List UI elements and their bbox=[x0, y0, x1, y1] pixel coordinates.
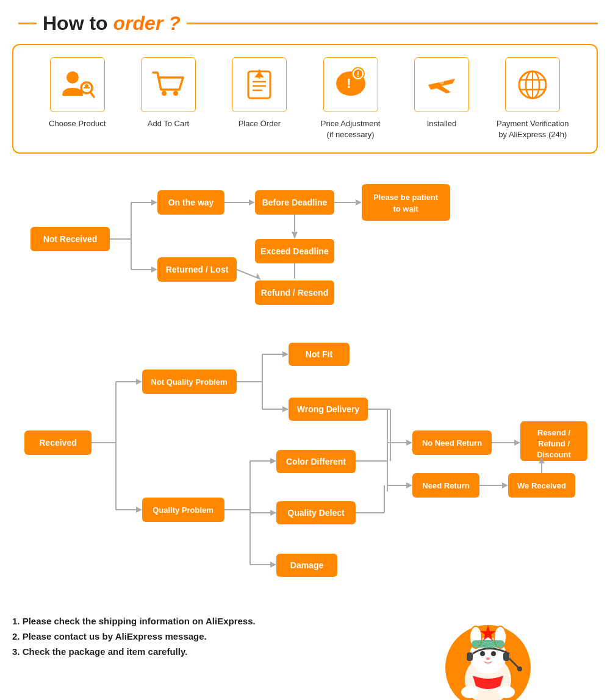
svg-marker-82 bbox=[514, 440, 520, 446]
tip-3: 3. Check the package and item carefully. bbox=[12, 646, 378, 657]
svg-marker-37 bbox=[292, 232, 298, 239]
step-icon-box-5 bbox=[414, 57, 469, 112]
svg-text:to wait: to wait bbox=[393, 204, 418, 213]
page-header: How to order ? bbox=[12, 12, 598, 35]
svg-marker-27 bbox=[151, 199, 157, 205]
step-label-4: Price Adjustment(if necessary) bbox=[321, 118, 381, 140]
step-place-order: Place Order bbox=[217, 57, 302, 129]
step-label-2: Add To Cart bbox=[148, 118, 189, 129]
svg-point-6 bbox=[173, 91, 178, 96]
step-icon-box-4: ! ! bbox=[323, 57, 378, 112]
svg-point-111 bbox=[461, 686, 478, 698]
svg-marker-58 bbox=[282, 406, 289, 412]
svg-line-2 bbox=[90, 92, 94, 97]
chat-exclamation-icon: ! ! bbox=[332, 66, 369, 103]
step-add-to-cart: Add To Cart bbox=[126, 57, 211, 129]
svg-point-103 bbox=[491, 651, 496, 656]
flow-received: Received Not Quality Problem Not Fit Wro… bbox=[12, 321, 598, 589]
svg-marker-44 bbox=[256, 273, 261, 280]
not-quality-problem-label: Not Quality Problem bbox=[151, 377, 228, 387]
order-steps-box: Choose Product Add To Cart Place O bbox=[12, 44, 598, 154]
svg-line-43 bbox=[237, 270, 259, 279]
title-highlight: order ? bbox=[113, 12, 181, 34]
refund-resend-label-1: Refund / Resend bbox=[261, 288, 328, 298]
step-icon-box-3 bbox=[232, 57, 287, 112]
svg-point-104 bbox=[486, 657, 490, 660]
svg-point-112 bbox=[498, 686, 515, 698]
step-installed: Installed bbox=[399, 57, 484, 129]
svg-rect-34 bbox=[362, 184, 450, 221]
please-wait-label: Please be patient bbox=[373, 193, 439, 202]
quality-defect-label: Quality Delect bbox=[287, 508, 345, 518]
step-icon-box-6 bbox=[505, 57, 560, 112]
header-line-right bbox=[187, 23, 598, 24]
svg-marker-30 bbox=[249, 199, 255, 205]
svg-rect-107 bbox=[467, 652, 473, 661]
mascot-area: If you have any else requirements, you c… bbox=[378, 604, 598, 700]
returned-lost-label: Returned / Lost bbox=[166, 265, 229, 274]
svg-point-0 bbox=[66, 71, 79, 84]
need-return-label: Need Return bbox=[422, 481, 469, 490]
tip-2: 2. Please contact us by AliExpress messa… bbox=[12, 631, 378, 641]
bottom-section: 1. Please check the shipping information… bbox=[12, 604, 598, 700]
step-label-6: Payment Verificationby AliExpress (24h) bbox=[497, 118, 569, 140]
svg-marker-63 bbox=[136, 507, 142, 513]
step-label-1: Choose Product bbox=[49, 118, 106, 129]
step-label-3: Place Order bbox=[239, 118, 281, 129]
before-deadline-label: Before Deadline bbox=[262, 198, 328, 207]
svg-marker-79 bbox=[406, 440, 412, 446]
not-fit-label: Not Fit bbox=[306, 349, 333, 359]
svg-marker-33 bbox=[356, 199, 362, 205]
header-line-left bbox=[18, 23, 37, 24]
globe-icon bbox=[514, 66, 551, 103]
plane-icon bbox=[423, 66, 460, 103]
no-need-return-label: No Need Return bbox=[422, 438, 482, 448]
svg-point-102 bbox=[480, 651, 485, 656]
svg-text:!: ! bbox=[346, 76, 351, 91]
document-upload-icon bbox=[241, 66, 278, 103]
svg-marker-50 bbox=[136, 379, 142, 385]
step-payment-verification: Payment Verificationby AliExpress (24h) bbox=[490, 57, 575, 140]
flow-not-received: Not Received On the way Before Deadline … bbox=[12, 172, 598, 318]
svg-marker-87 bbox=[406, 482, 412, 488]
svg-marker-41 bbox=[151, 266, 157, 273]
svg-marker-90 bbox=[502, 482, 508, 488]
exceed-deadline-label: Exceed Deadline bbox=[260, 246, 328, 256]
on-the-way-label: On the way bbox=[168, 198, 214, 207]
mascot-icon bbox=[436, 604, 540, 700]
svg-marker-55 bbox=[282, 351, 289, 357]
step-icon-box-2 bbox=[141, 57, 196, 112]
step-choose-product: Choose Product bbox=[35, 57, 120, 129]
step-icon-box-1 bbox=[50, 57, 105, 112]
color-different-label: Color Different bbox=[286, 457, 346, 466]
svg-marker-74 bbox=[270, 562, 276, 568]
person-search-icon bbox=[59, 66, 96, 103]
not-received-label: Not Received bbox=[43, 234, 98, 244]
svg-text:!: ! bbox=[357, 70, 359, 79]
wrong-delivery-label: Wrong Delivery bbox=[297, 404, 360, 414]
svg-marker-71 bbox=[270, 510, 276, 516]
tips-list: 1. Please check the shipping information… bbox=[12, 604, 378, 662]
svg-marker-68 bbox=[270, 458, 276, 464]
svg-rect-106 bbox=[472, 640, 504, 648]
received-label: Received bbox=[39, 438, 76, 448]
we-received-label: We Received bbox=[517, 481, 566, 490]
step-price-adjustment: ! ! Price Adjustment(if necessary) bbox=[308, 57, 393, 140]
cart-icon bbox=[150, 66, 187, 103]
svg-point-110 bbox=[517, 666, 522, 671]
svg-text:Discount: Discount bbox=[537, 450, 571, 459]
quality-problem-label: Quality Problem bbox=[152, 505, 214, 515]
tip-1: 1. Please check the shipping information… bbox=[12, 616, 378, 626]
page-title: How to order ? bbox=[43, 12, 181, 35]
step-label-5: Installed bbox=[427, 118, 456, 129]
resend-refund-label: Resend / bbox=[537, 428, 571, 437]
svg-text:Refund /: Refund / bbox=[538, 439, 570, 448]
damage-label: Damage bbox=[290, 560, 324, 570]
svg-point-5 bbox=[162, 91, 167, 96]
